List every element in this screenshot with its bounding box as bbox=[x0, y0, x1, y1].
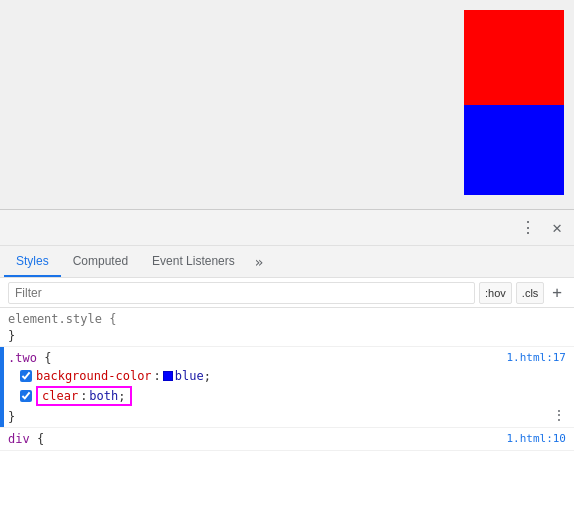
two-class-source[interactable]: 1.html:17 bbox=[506, 351, 566, 364]
rule-options-icon[interactable]: ⋮ bbox=[552, 407, 566, 423]
two-class-rule-body: background-color : blue ; clear : both ; bbox=[0, 367, 574, 409]
two-class-rule-header: .two { 1.html:17 bbox=[0, 349, 574, 367]
element-style-header: element.style { bbox=[0, 310, 574, 328]
rule-active-gutter bbox=[0, 347, 4, 427]
background-color-property-line: background-color : blue ; bbox=[20, 367, 566, 385]
add-style-rule-button[interactable]: + bbox=[548, 283, 566, 302]
two-class-closing-brace: } bbox=[0, 409, 574, 425]
div-rule: div { 1.html:10 bbox=[0, 428, 574, 451]
clear-prop-name: clear bbox=[42, 389, 78, 403]
topbar-icons: ⋮ ✕ bbox=[516, 214, 566, 241]
clear-checkbox[interactable] bbox=[20, 390, 32, 402]
tab-more-button[interactable]: » bbox=[247, 250, 271, 274]
blue-element bbox=[464, 105, 564, 195]
tab-computed[interactable]: Computed bbox=[61, 246, 140, 277]
more-options-icon[interactable]: ⋮ bbox=[516, 214, 540, 241]
element-style-selector: element.style { bbox=[8, 312, 116, 326]
div-rule-source[interactable]: 1.html:10 bbox=[506, 432, 566, 445]
hov-filter-button[interactable]: :hov bbox=[479, 282, 512, 304]
css-rules-panel[interactable]: element.style { } .two { 1.html:17 backg… bbox=[0, 308, 574, 520]
clear-property-highlighted: clear : both ; bbox=[36, 386, 132, 406]
two-class-rule: .two { 1.html:17 background-color : blue… bbox=[0, 347, 574, 428]
browser-viewport bbox=[0, 0, 574, 210]
filter-bar: :hov .cls + bbox=[0, 278, 574, 308]
element-style-rule: element.style { } bbox=[0, 308, 574, 347]
close-devtools-button[interactable]: ✕ bbox=[548, 214, 566, 241]
tabs-bar: Styles Computed Event Listeners » bbox=[0, 246, 574, 278]
filter-input[interactable] bbox=[8, 282, 475, 304]
clear-property-line: clear : both ; bbox=[20, 385, 566, 407]
tab-styles[interactable]: Styles bbox=[4, 246, 61, 277]
tab-event-listeners[interactable]: Event Listeners bbox=[140, 246, 247, 277]
devtools-topbar: ⋮ ✕ bbox=[0, 210, 574, 246]
div-rule-header: div { 1.html:10 bbox=[0, 430, 574, 448]
element-style-closing-brace: } bbox=[0, 328, 574, 344]
two-class-selector: .two { bbox=[8, 351, 51, 365]
clear-prop-value: both bbox=[89, 389, 118, 403]
blue-color-swatch[interactable] bbox=[163, 371, 173, 381]
background-color-checkbox[interactable] bbox=[20, 370, 32, 382]
background-color-prop-value: blue bbox=[175, 369, 204, 383]
div-selector: div { bbox=[8, 432, 44, 446]
cls-filter-button[interactable]: .cls bbox=[516, 282, 545, 304]
background-color-prop-name: background-color bbox=[36, 369, 152, 383]
red-element bbox=[464, 10, 564, 105]
devtools-panel: ⋮ ✕ Styles Computed Event Listeners » :h… bbox=[0, 210, 574, 520]
